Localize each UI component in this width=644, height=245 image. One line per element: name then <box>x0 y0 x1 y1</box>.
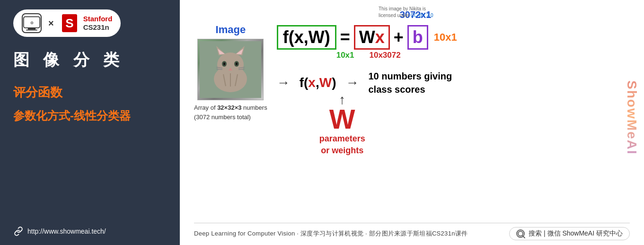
fx-text: f(x,W) <box>283 27 330 47</box>
svg-line-19 <box>216 69 222 70</box>
bottom-description: Deep Learning for Computer Vision · 深度学习… <box>194 229 468 238</box>
svg-rect-2 <box>26 30 37 31</box>
page-title-chinese: 图 像 分 类 <box>13 49 124 71</box>
b-letter: b <box>413 27 423 47</box>
svg-point-15 <box>223 62 225 65</box>
link-icon <box>13 226 24 236</box>
w-big-letter: W <box>329 105 355 133</box>
cross-symbol: × <box>48 18 54 29</box>
right-panel: This image by Nikita is licensed under C… <box>180 0 644 245</box>
arrow-to-output: → <box>345 75 359 90</box>
stanford-name: Stanford <box>83 15 113 23</box>
arrow-to-func: → <box>277 75 290 90</box>
x-letter-formula: x <box>375 27 385 47</box>
left-panel: ⊙ × S Stanford CS231n 图 像 分 类 评分函数 参数化方式… <box>0 0 180 245</box>
dim-10x1-right: 10x1 <box>434 31 457 44</box>
search-icon <box>516 229 525 238</box>
equals-sign: = <box>340 27 350 47</box>
b-box: b <box>407 25 428 50</box>
image-section: Image <box>194 24 267 122</box>
image-credit-line2: licensed under CC-BY 2.0 <box>379 12 433 19</box>
formula-section: 3072x1 f(x,W) = Wx + b 10x1 <box>277 9 630 157</box>
bottom-bar: Deep Learning for Computer Vision · 深度学习… <box>194 223 630 240</box>
stanford-text: Stanford CS231n <box>83 15 113 32</box>
stanford-course: CS231n <box>83 23 113 32</box>
search-label: 搜索 | 微信 ShowMeAI 研究中心 <box>529 229 623 238</box>
search-box[interactable]: 搜索 | 微信 ShowMeAI 研究中心 <box>509 227 630 240</box>
image-credit-line1: This image by Nikita is <box>379 6 433 12</box>
watermark: ShowMeAI <box>623 9 640 226</box>
output-description: 10 numbers giving class scores <box>368 70 472 96</box>
showmeai-logo-icon: ⊙ <box>22 13 42 33</box>
w-param-label2: or weights <box>321 145 363 157</box>
logo-row: ⊙ × S Stanford CS231n <box>13 9 121 37</box>
svg-text:S: S <box>65 16 73 30</box>
fx-box: f(x,W) <box>277 25 336 50</box>
wx-box: Wx <box>354 25 390 50</box>
subtitle-score-function: 评分函数 <box>13 84 62 101</box>
dim-labels-row: 10x1 10x3072 <box>277 51 401 60</box>
dim-10x1-green: 10x1 <box>336 51 354 60</box>
dim-10x3072-red: 10x3072 <box>370 51 401 60</box>
formula-display: f(x,W) = Wx + b 10x1 <box>277 25 457 50</box>
flow-row: → f(x,W) → 10 numbers giving class score… <box>277 70 473 96</box>
cat-image <box>197 39 264 100</box>
image-label: Image <box>216 24 246 36</box>
stanford-logo-icon: S <box>61 13 79 33</box>
image-caption: Array of 32×32×3 numbers(3072 numbers to… <box>194 103 267 122</box>
subtitle-linear-classifier: 参数化方式-线性分类器 <box>13 108 131 123</box>
plus-sign: + <box>394 27 404 47</box>
svg-text:⊙: ⊙ <box>30 21 34 25</box>
w-letter-formula: W <box>359 27 375 47</box>
svg-line-26 <box>522 236 525 238</box>
main-content: Image <box>194 9 630 223</box>
svg-line-21 <box>238 69 245 70</box>
svg-point-16 <box>236 62 238 65</box>
func-label: f(x,W) <box>300 75 336 90</box>
w-param-label1: parameters <box>319 133 365 145</box>
image-credit: This image by Nikita is licensed under C… <box>379 6 433 19</box>
svg-rect-1 <box>28 28 35 30</box>
website-link[interactable]: http://www.showmeai.tech/ <box>13 226 106 236</box>
website-url: http://www.showmeai.tech/ <box>27 228 106 235</box>
